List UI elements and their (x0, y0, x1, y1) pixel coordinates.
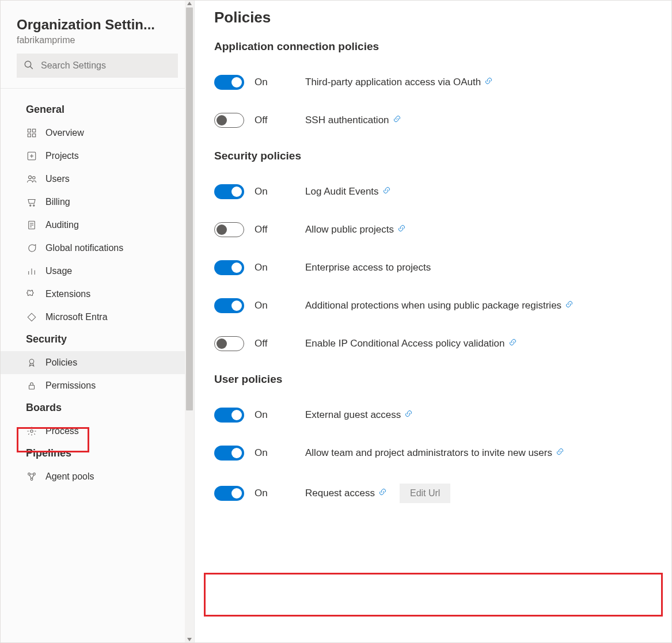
nav-item-process[interactable]: Process (1, 420, 194, 443)
search-input[interactable] (40, 60, 171, 71)
toggle-state-label: Off (255, 115, 295, 126)
nav-item-microsoft-entra[interactable]: Microsoft Entra (1, 306, 194, 329)
policy-description: Enable IP Conditional Access policy vali… (305, 338, 517, 349)
svg-rect-21 (29, 385, 35, 389)
svg-point-11 (30, 205, 31, 206)
policy-row: OnAllow team and project administrators … (214, 434, 652, 472)
nav-item-label: Global notifications (45, 243, 123, 253)
policy-row: OffEnable IP Conditional Access policy v… (214, 325, 652, 363)
nav-item-label: Billing (45, 197, 70, 207)
page-title: Policies (214, 9, 652, 26)
svg-rect-2 (28, 129, 31, 132)
policy-row: OnEnterprise access to projects (214, 249, 652, 287)
toggle-state-label: On (255, 262, 295, 273)
svg-point-23 (28, 473, 31, 475)
svg-point-9 (28, 176, 31, 178)
policy-row: OnRequest accessEdit Url (214, 472, 652, 515)
nav-item-agent-pools[interactable]: Agent pools (1, 465, 194, 488)
section-title: General (1, 99, 194, 121)
policy-group-title: User policies (214, 373, 652, 386)
nav-item-label: Usage (45, 266, 72, 276)
policy-row: OnAdditional protections when using publ… (214, 287, 652, 325)
policy-description: SSH authentication (305, 115, 401, 126)
nav-item-policies[interactable]: Policies (1, 351, 194, 374)
sidebar-title: Organization Settin... (1, 1, 194, 33)
chart-icon (26, 265, 37, 277)
policy-toggle[interactable] (214, 336, 244, 351)
receipt-icon (26, 219, 37, 231)
section-title: Pipelines (1, 443, 194, 465)
edit-url-button[interactable]: Edit Url (400, 484, 450, 503)
svg-rect-4 (28, 134, 31, 137)
policy-toggle[interactable] (214, 113, 244, 128)
toggle-state-label: On (255, 186, 295, 197)
policy-group-title: Security policies (214, 150, 652, 162)
policy-toggle[interactable] (214, 446, 244, 461)
policy-toggle[interactable] (214, 75, 244, 90)
toggle-state-label: On (255, 409, 295, 421)
policy-description: Log Audit Events (305, 186, 391, 197)
link-icon[interactable] (404, 409, 413, 421)
policy-toggle[interactable] (214, 222, 244, 237)
search-settings[interactable] (17, 54, 178, 78)
toggle-state-label: On (255, 447, 295, 459)
nav-item-label: Overview (45, 128, 84, 138)
policy-toggle[interactable] (214, 184, 244, 199)
svg-rect-5 (33, 134, 36, 137)
link-icon[interactable] (508, 338, 517, 349)
policy-toggle[interactable] (214, 408, 244, 423)
policy-toggle[interactable] (214, 486, 244, 501)
nav-item-usage[interactable]: Usage (1, 260, 194, 283)
svg-point-12 (33, 205, 35, 206)
scrollbar[interactable] (185, 1, 194, 642)
toggle-state-label: On (255, 488, 295, 499)
policy-row: OnExternal guest access (214, 396, 652, 434)
section-title: Security (1, 329, 194, 351)
policy-row: OffSSH authentication (214, 101, 652, 139)
link-icon[interactable] (378, 488, 387, 499)
svg-point-25 (31, 478, 33, 481)
toggle-state-label: On (255, 77, 295, 88)
svg-point-10 (33, 177, 36, 180)
link-icon[interactable] (397, 224, 406, 235)
nav-item-label: Policies (45, 357, 77, 368)
svg-line-26 (29, 475, 31, 478)
policy-toggle[interactable] (214, 260, 244, 275)
nav-item-label: Permissions (45, 381, 96, 391)
nav-item-users[interactable]: Users (1, 168, 194, 191)
svg-line-27 (32, 475, 34, 478)
svg-point-0 (25, 61, 31, 67)
svg-point-20 (29, 359, 34, 364)
link-icon[interactable] (556, 447, 564, 459)
link-icon[interactable] (565, 300, 574, 311)
svg-rect-3 (33, 129, 36, 132)
policy-description: Request access (305, 488, 387, 499)
link-icon[interactable] (484, 77, 493, 88)
nav-item-auditing[interactable]: Auditing (1, 214, 194, 237)
nav-item-global-notifications[interactable]: Global notifications (1, 237, 194, 260)
policy-row: OffAllow public projects (214, 211, 652, 249)
nav-item-projects[interactable]: Projects (1, 144, 194, 168)
link-icon[interactable] (382, 186, 391, 197)
policy-row: OnLog Audit Events (214, 173, 652, 211)
policy-description: Allow team and project administrators to… (305, 447, 564, 459)
nav-item-extensions[interactable]: Extensions (1, 283, 194, 306)
policy-toggle[interactable] (214, 298, 244, 313)
policy-description: Enterprise access to projects (305, 262, 431, 273)
nav-item-label: Auditing (45, 220, 79, 230)
svg-line-1 (30, 66, 33, 69)
nav-item-overview[interactable]: Overview (1, 121, 194, 144)
sidebar: Organization Settin... fabrikamprime Gen… (1, 1, 195, 642)
nav-item-label: Users (45, 174, 70, 184)
policy-description: Additional protections when using public… (305, 300, 574, 311)
users-icon (26, 173, 37, 185)
nav-item-label: Microsoft Entra (45, 312, 108, 322)
link-icon[interactable] (393, 115, 401, 126)
entra-icon (26, 311, 37, 323)
nav-item-permissions[interactable]: Permissions (1, 374, 194, 397)
svg-point-24 (33, 473, 36, 475)
svg-point-22 (31, 430, 33, 433)
scrollbar-thumb[interactable] (186, 7, 193, 410)
main-content: Policies Application connection policies… (195, 1, 671, 642)
nav-item-billing[interactable]: Billing (1, 191, 194, 214)
